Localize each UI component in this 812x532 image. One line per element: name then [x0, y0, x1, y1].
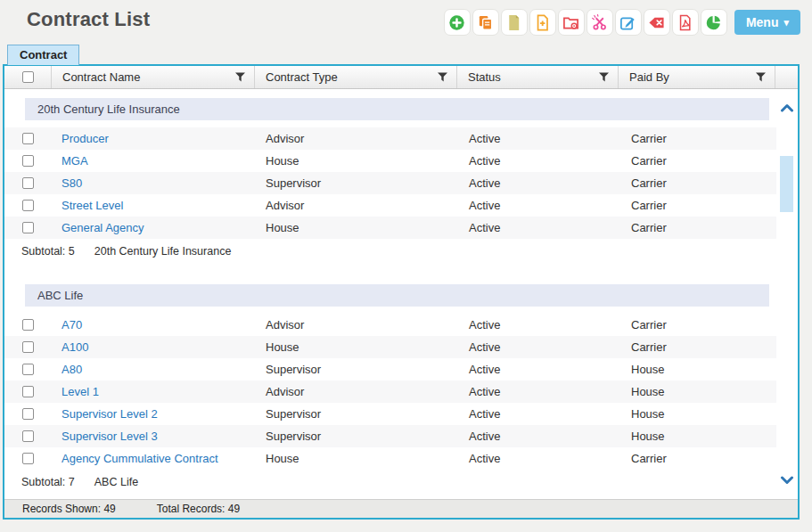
tab-contract[interactable]: Contract: [7, 45, 79, 65]
contract-name-link[interactable]: General Agency: [62, 221, 144, 234]
chevron-down-icon: ▾: [783, 18, 789, 28]
select-all-checkbox[interactable]: [22, 71, 34, 83]
filter-icon[interactable]: [235, 72, 245, 82]
contract-name-cell: General Agency: [51, 217, 254, 239]
row-checkbox[interactable]: [22, 364, 34, 375]
contract-type-cell: House: [254, 447, 456, 470]
header-spacer: [775, 66, 798, 88]
column-header-contract-name[interactable]: Contract Name: [51, 66, 254, 88]
contract-name-cell: Producer: [51, 127, 254, 150]
contract-type-cell: House: [254, 217, 456, 239]
contract-name-link[interactable]: MGA: [62, 154, 88, 168]
chevron-up-icon[interactable]: [780, 100, 794, 116]
column-label: Contract Type: [266, 70, 338, 84]
add-button[interactable]: [444, 9, 471, 36]
contract-name-link[interactable]: Street Level: [62, 199, 123, 212]
table-row: MGAHouseActiveCarrier: [4, 150, 776, 172]
table-row: Agency Cummulative ContractHouseActiveCa…: [4, 447, 776, 470]
header-select-all-cell: [4, 66, 51, 88]
contract-name-link[interactable]: A80: [62, 363, 82, 376]
folder-search-icon: [562, 14, 579, 31]
row-checkbox[interactable]: [22, 341, 34, 353]
paid-by-cell: Carrier: [618, 314, 775, 336]
row-checkbox[interactable]: [22, 386, 34, 397]
subtotal-row: Subtotal: 520th Century Life Insurance: [4, 239, 776, 264]
column-header-contract-type[interactable]: Contract Type: [254, 66, 456, 88]
column-header-paid-by[interactable]: Paid By: [618, 66, 775, 88]
contract-name-link[interactable]: Agency Cummulative Contract: [62, 452, 218, 465]
table-row: General AgencyHouseActiveCarrier: [4, 217, 776, 239]
copy-icon: [477, 14, 494, 31]
pie-chart-icon: [705, 14, 722, 31]
document-button[interactable]: [501, 9, 528, 36]
group-header: ABC Life: [25, 284, 769, 307]
row-checkbox[interactable]: [22, 177, 34, 189]
row-checkbox[interactable]: [22, 155, 34, 167]
subtotal-group-name: ABC Life: [94, 476, 138, 488]
status-cell: Active: [456, 127, 618, 150]
delete-icon: [648, 14, 665, 31]
status-cell: Active: [456, 172, 618, 194]
status-cell: Active: [456, 358, 618, 381]
contract-name-cell: MGA: [51, 150, 254, 172]
pdf-button[interactable]: [672, 9, 699, 36]
pdf-icon: [677, 14, 693, 31]
row-checkbox[interactable]: [22, 453, 34, 464]
document-icon: [505, 14, 522, 31]
contract-name-link[interactable]: Producer: [62, 132, 109, 145]
status-cell: Active: [456, 217, 618, 239]
copy-button[interactable]: [472, 9, 499, 36]
status-cell: Active: [456, 447, 618, 470]
row-checkbox[interactable]: [22, 408, 34, 420]
contract-name-cell: Agency Cummulative Contract: [51, 447, 254, 470]
records-shown: Records Shown: 49: [22, 503, 116, 515]
contract-grid: Contract Name Contract Type Status Paid …: [3, 64, 800, 520]
filter-icon[interactable]: [438, 72, 447, 82]
row-checkbox[interactable]: [22, 319, 34, 331]
row-checkbox[interactable]: [22, 222, 34, 233]
table-row: A100HouseActiveCarrier: [4, 336, 776, 358]
row-checkbox-cell: [4, 381, 51, 403]
subtotal-label: Subtotal: 5: [21, 245, 75, 258]
pie-chart-button[interactable]: [701, 9, 727, 36]
column-label: Contract Name: [62, 70, 140, 84]
contract-name-link[interactable]: A70: [62, 318, 82, 331]
table-row: ProducerAdvisorActiveCarrier: [4, 127, 776, 150]
total-records: Total Records: 49: [157, 503, 240, 515]
contract-type-cell: House: [254, 150, 456, 172]
status-cell: Active: [456, 150, 618, 172]
column-label: Status: [468, 70, 501, 84]
row-checkbox[interactable]: [22, 200, 34, 211]
menu-button[interactable]: Menu ▾: [734, 10, 800, 35]
add-document-button[interactable]: [529, 9, 556, 36]
filter-icon[interactable]: [599, 72, 609, 82]
table-row: Street LevelAdvisorActiveCarrier: [4, 194, 776, 217]
scrollbar-thumb[interactable]: [780, 156, 793, 212]
contract-type-cell: Advisor: [254, 127, 456, 150]
subtotal-row: Subtotal: 7ABC Life: [4, 470, 776, 495]
row-checkbox[interactable]: [22, 133, 34, 144]
contract-name-link[interactable]: Supervisor Level 3: [62, 430, 158, 443]
table-row: Level 1AdvisorActiveHouse: [4, 381, 776, 403]
contract-name-link[interactable]: S80: [62, 176, 82, 190]
contract-name-cell: Level 1: [51, 381, 254, 403]
table-row: A70AdvisorActiveCarrier: [4, 314, 776, 336]
row-checkbox-cell: [4, 127, 51, 150]
edit-button[interactable]: [615, 9, 642, 36]
contract-name-link[interactable]: Supervisor Level 2: [62, 407, 158, 421]
delete-button[interactable]: [644, 9, 670, 36]
row-checkbox[interactable]: [22, 430, 34, 442]
row-checkbox-cell: [4, 194, 51, 217]
contract-name-link[interactable]: Level 1: [62, 385, 99, 398]
scissors-button[interactable]: [586, 9, 613, 36]
folder-search-button[interactable]: [558, 9, 585, 36]
column-header-status[interactable]: Status: [456, 66, 618, 88]
scrollbar-track[interactable]: [776, 89, 798, 499]
edit-icon: [619, 14, 636, 31]
filter-icon[interactable]: [756, 72, 766, 82]
contract-name-cell: A80: [51, 358, 254, 381]
row-checkbox-cell: [4, 336, 51, 358]
chevron-down-icon[interactable]: [780, 472, 794, 488]
contract-type-cell: Supervisor: [254, 358, 456, 381]
contract-name-link[interactable]: A100: [62, 340, 88, 354]
